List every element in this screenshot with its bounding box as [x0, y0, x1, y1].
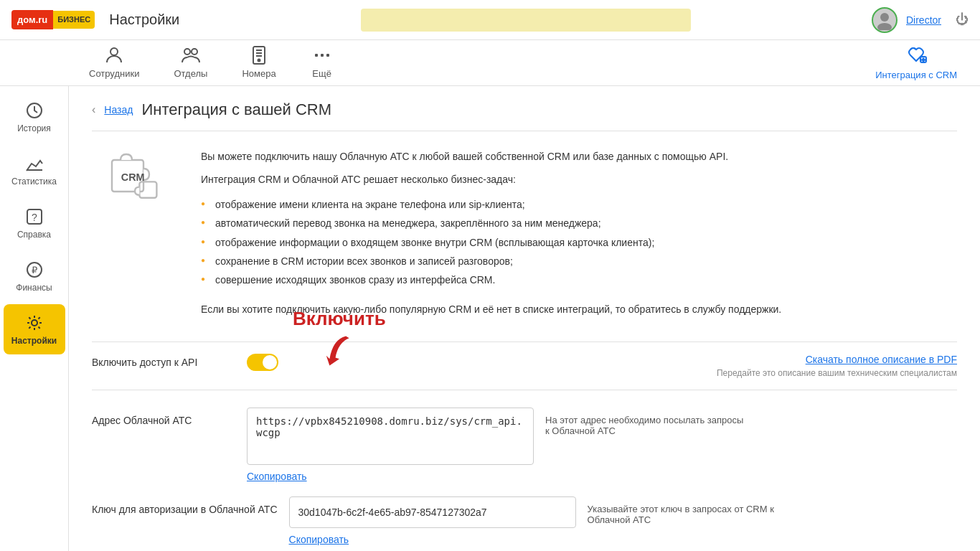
field-row-address: Адрес Облачной АТС Скопировать На этот а…	[92, 408, 957, 482]
logo-domru: дом.ru	[11, 10, 53, 30]
svg-rect-11	[321, 54, 324, 57]
svg-text:+: +	[922, 57, 925, 63]
crm-feature-0: отображение имени клиента на экране теле…	[201, 195, 957, 214]
field-input-address[interactable]	[247, 408, 534, 465]
field-input-area-key: Скопировать	[289, 496, 576, 545]
chevron-left-icon: ‹	[92, 103, 95, 116]
header-center	[188, 9, 863, 32]
crm-puzzle-icon: CRM	[99, 149, 171, 206]
svg-point-9	[258, 59, 260, 61]
field-input-area-address: Скопировать	[247, 408, 534, 482]
nav-item-employees[interactable]: Сотрудники	[72, 39, 156, 87]
copy-address-link[interactable]: Скопировать	[247, 471, 534, 482]
sidebar-item-settings-label: Настройки	[11, 336, 57, 346]
breadcrumb-page-title: Интеграция с вашей CRM	[141, 100, 331, 119]
nav-item-numbers[interactable]: Номера	[225, 39, 293, 87]
enable-label: Включить доступ к API	[92, 354, 235, 368]
vklyuchit-annotation: Включить	[293, 308, 386, 369]
svg-point-3	[184, 49, 190, 55]
logo[interactable]: дом.ru БИЗНЕС	[11, 10, 95, 30]
header-right: Director ⏻	[872, 7, 969, 33]
sidebar-item-help[interactable]: ? Справка	[4, 198, 65, 248]
page-title: Настройки	[109, 11, 179, 28]
svg-rect-23	[139, 182, 156, 197]
crm-features-list: отображение имени клиента на экране теле…	[201, 195, 957, 290]
sidebar-item-help-label: Справка	[17, 230, 51, 240]
field-hint-address: На этот адрес необходимо посылать запрос…	[545, 408, 746, 436]
svg-text:CRM: CRM	[121, 171, 145, 183]
nav-item-departments[interactable]: Отделы	[156, 39, 225, 87]
back-link[interactable]: Назад	[104, 104, 133, 116]
svg-text:?: ?	[32, 212, 37, 223]
field-label-address: Адрес Облачной АТС	[92, 408, 235, 426]
enable-section: Включить Включить доступ к API Скачать п…	[92, 342, 957, 390]
sidebar-item-finances-label: Финансы	[16, 283, 52, 293]
download-hint: Передайте это описание вашим техническим…	[717, 368, 957, 378]
api-toggle[interactable]	[247, 354, 278, 371]
svg-rect-10	[315, 54, 318, 57]
field-row-key: Ключ для авторизации в Облачной АТС Скоп…	[92, 496, 957, 545]
crm-subtitle: Интеграция CRM и Облачной АТС решает нес…	[201, 171, 957, 187]
crm-feature-4: совершение исходящих звонков сразу из ин…	[201, 270, 957, 289]
enable-right: Скачать полное описание в PDF Передайте …	[717, 354, 957, 378]
nav-item-crm[interactable]: + Интеграция с CRM	[864, 38, 969, 88]
svg-rect-16	[27, 169, 42, 171]
crm-feature-1: автоматический перевод звонка на менедже…	[201, 214, 957, 232]
field-input-key[interactable]	[289, 496, 576, 528]
sidebar-item-history-label: История	[17, 123, 51, 133]
svg-rect-12	[326, 54, 329, 57]
breadcrumb-row: ‹ Назад Интеграция с вашей CRM	[92, 100, 957, 131]
arrow-down-icon	[318, 333, 361, 369]
nav-bar: Сотрудники Отделы Номера Ещё	[0, 40, 980, 86]
svg-point-2	[110, 48, 118, 55]
field-hint-key: Указывайте этот ключ в запросах от CRM к…	[588, 496, 788, 525]
field-label-key: Ключ для авторизации в Облачной АТС	[92, 496, 278, 515]
header-search-bar	[361, 9, 691, 32]
nav-item-departments-label: Отделы	[174, 68, 207, 79]
crm-logo-area: CRM	[92, 149, 178, 324]
svg-point-1	[877, 23, 892, 30]
sidebar-item-statistics-label: Статистика	[11, 176, 57, 187]
sidebar-item-settings[interactable]: Настройки	[4, 304, 65, 354]
main-layout: История Статистика ? Справка ₽ Финансы	[0, 86, 980, 551]
power-button[interactable]: ⏻	[956, 12, 969, 27]
sidebar-item-history[interactable]: История	[4, 92, 65, 142]
nav-item-employees-label: Сотрудники	[89, 68, 139, 79]
sidebar-item-finances[interactable]: ₽ Финансы	[4, 251, 65, 301]
svg-point-0	[880, 13, 889, 22]
nav-item-more[interactable]: Ещё	[293, 39, 351, 87]
toggle-slider	[247, 354, 278, 371]
header: дом.ru БИЗНЕС Настройки Director ⏻	[0, 0, 980, 40]
avatar	[872, 7, 897, 33]
svg-point-4	[192, 49, 197, 55]
crm-feature-3: сохранение в CRM истории всех звонков и …	[201, 252, 957, 270]
sidebar-item-statistics[interactable]: Статистика	[4, 145, 65, 195]
nav-right: + Интеграция с CRM	[864, 38, 969, 88]
vklyuchit-text: Включить	[293, 308, 386, 330]
content: ‹ Назад Интеграция с вашей CRM	[69, 86, 980, 551]
nav-item-numbers-label: Номера	[242, 68, 275, 79]
crm-feature-2: отображение информации о входящем звонке…	[201, 233, 957, 252]
crm-info-section: CRM Вы можете подключить нашу Облачную А…	[92, 149, 957, 324]
director-link[interactable]: Director	[906, 14, 941, 26]
nav-item-crm-label: Интеграция с CRM	[875, 70, 957, 80]
crm-description: Вы можете подключить нашу Облачную АТС к…	[201, 149, 957, 324]
download-pdf-link[interactable]: Скачать полное описание в PDF	[806, 354, 957, 365]
copy-key-link[interactable]: Скопировать	[289, 534, 576, 545]
crm-intro: Вы можете подключить нашу Облачную АТС к…	[201, 149, 957, 164]
sidebar: История Статистика ? Справка ₽ Финансы	[0, 86, 69, 551]
svg-text:₽: ₽	[32, 265, 37, 276]
svg-point-21	[32, 320, 37, 326]
nav-item-more-label: Ещё	[312, 68, 331, 79]
logo-biznes: БИЗНЕС	[53, 11, 95, 29]
content-inner: ‹ Назад Интеграция с вашей CRM	[69, 86, 980, 551]
